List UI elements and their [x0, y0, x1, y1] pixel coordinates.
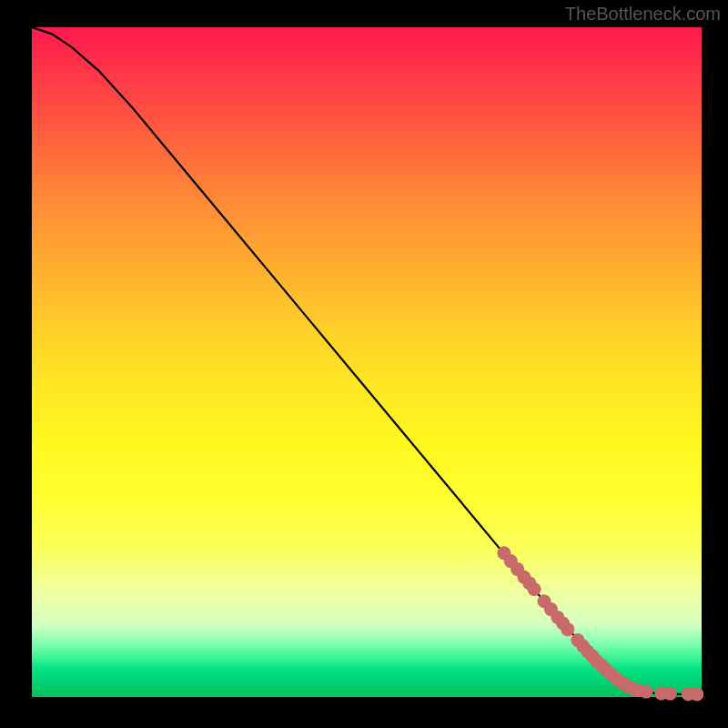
data-point	[639, 685, 652, 699]
data-points-group	[497, 546, 703, 701]
data-point	[561, 622, 574, 636]
data-point	[663, 687, 677, 701]
chart-plot-area	[32, 27, 702, 697]
data-point	[690, 687, 703, 701]
curve-line	[32, 27, 702, 694]
watermark-text: TheBottleneck.com	[565, 4, 721, 25]
data-point	[528, 582, 541, 596]
chart-svg	[32, 27, 702, 697]
